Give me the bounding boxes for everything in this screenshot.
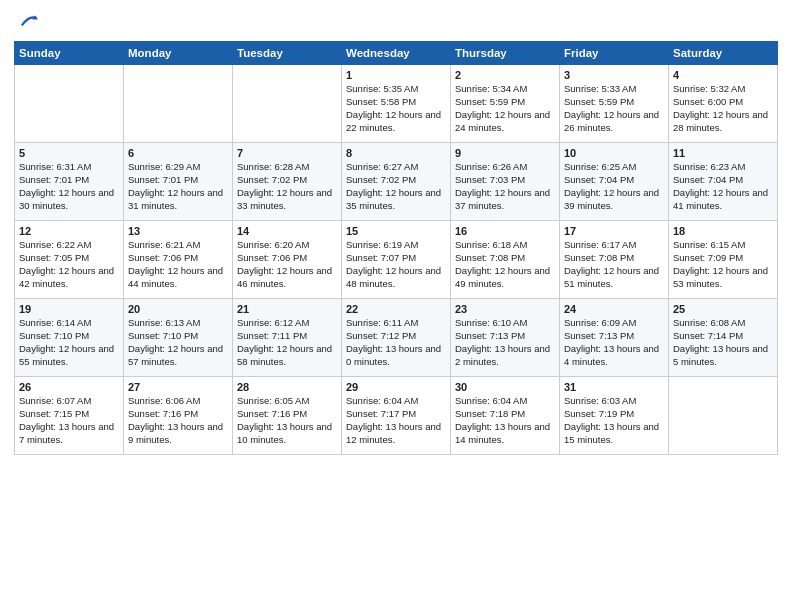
daylight-text: Daylight: 12 hours and 55 minutes. [19, 343, 119, 369]
cell-content: 24Sunrise: 6:09 AMSunset: 7:13 PMDayligh… [564, 302, 664, 369]
calendar-cell: 31Sunrise: 6:03 AMSunset: 7:19 PMDayligh… [560, 376, 669, 454]
cell-content: 31Sunrise: 6:03 AMSunset: 7:19 PMDayligh… [564, 380, 664, 447]
calendar-cell [15, 64, 124, 142]
sunset-text: Sunset: 7:14 PM [673, 330, 773, 343]
sunrise-text: Sunrise: 6:14 AM [19, 317, 119, 330]
calendar-cell: 12Sunrise: 6:22 AMSunset: 7:05 PMDayligh… [15, 220, 124, 298]
day-number: 4 [673, 68, 773, 83]
sunrise-text: Sunrise: 6:28 AM [237, 161, 337, 174]
sunrise-text: Sunrise: 6:29 AM [128, 161, 228, 174]
calendar-table: SundayMondayTuesdayWednesdayThursdayFrid… [14, 41, 778, 455]
weekday-saturday: Saturday [669, 41, 778, 64]
sunrise-text: Sunrise: 6:05 AM [237, 395, 337, 408]
sunrise-text: Sunrise: 6:04 AM [455, 395, 555, 408]
sunset-text: Sunset: 7:08 PM [564, 252, 664, 265]
sunset-text: Sunset: 7:16 PM [237, 408, 337, 421]
sunset-text: Sunset: 7:10 PM [128, 330, 228, 343]
daylight-text: Daylight: 13 hours and 12 minutes. [346, 421, 446, 447]
day-number: 5 [19, 146, 119, 161]
calendar-cell: 1Sunrise: 5:35 AMSunset: 5:58 PMDaylight… [342, 64, 451, 142]
sunset-text: Sunset: 7:04 PM [673, 174, 773, 187]
sunset-text: Sunset: 7:11 PM [237, 330, 337, 343]
sunset-text: Sunset: 7:06 PM [128, 252, 228, 265]
day-number: 10 [564, 146, 664, 161]
calendar-cell: 22Sunrise: 6:11 AMSunset: 7:12 PMDayligh… [342, 298, 451, 376]
day-number: 22 [346, 302, 446, 317]
sunset-text: Sunset: 7:02 PM [346, 174, 446, 187]
day-number: 27 [128, 380, 228, 395]
calendar-cell: 11Sunrise: 6:23 AMSunset: 7:04 PMDayligh… [669, 142, 778, 220]
week-row-2: 5Sunrise: 6:31 AMSunset: 7:01 PMDaylight… [15, 142, 778, 220]
sunrise-text: Sunrise: 6:21 AM [128, 239, 228, 252]
logo-text [14, 10, 38, 36]
daylight-text: Daylight: 13 hours and 10 minutes. [237, 421, 337, 447]
day-number: 23 [455, 302, 555, 317]
cell-content: 12Sunrise: 6:22 AMSunset: 7:05 PMDayligh… [19, 224, 119, 291]
day-number: 1 [346, 68, 446, 83]
day-number: 14 [237, 224, 337, 239]
calendar-cell: 7Sunrise: 6:28 AMSunset: 7:02 PMDaylight… [233, 142, 342, 220]
day-number: 18 [673, 224, 773, 239]
sunrise-text: Sunrise: 6:06 AM [128, 395, 228, 408]
sunrise-text: Sunrise: 6:26 AM [455, 161, 555, 174]
cell-content: 22Sunrise: 6:11 AMSunset: 7:12 PMDayligh… [346, 302, 446, 369]
calendar-cell: 28Sunrise: 6:05 AMSunset: 7:16 PMDayligh… [233, 376, 342, 454]
sunset-text: Sunset: 7:07 PM [346, 252, 446, 265]
cell-content: 1Sunrise: 5:35 AMSunset: 5:58 PMDaylight… [346, 68, 446, 135]
day-number: 17 [564, 224, 664, 239]
calendar-cell: 13Sunrise: 6:21 AMSunset: 7:06 PMDayligh… [124, 220, 233, 298]
daylight-text: Daylight: 12 hours and 42 minutes. [19, 265, 119, 291]
sunrise-text: Sunrise: 6:22 AM [19, 239, 119, 252]
cell-content: 21Sunrise: 6:12 AMSunset: 7:11 PMDayligh… [237, 302, 337, 369]
calendar-cell: 4Sunrise: 5:32 AMSunset: 6:00 PMDaylight… [669, 64, 778, 142]
day-number: 25 [673, 302, 773, 317]
cell-content: 11Sunrise: 6:23 AMSunset: 7:04 PMDayligh… [673, 146, 773, 213]
sunrise-text: Sunrise: 6:23 AM [673, 161, 773, 174]
daylight-text: Daylight: 12 hours and 35 minutes. [346, 187, 446, 213]
sunset-text: Sunset: 5:59 PM [564, 96, 664, 109]
calendar-cell: 23Sunrise: 6:10 AMSunset: 7:13 PMDayligh… [451, 298, 560, 376]
sunrise-text: Sunrise: 5:35 AM [346, 83, 446, 96]
sunrise-text: Sunrise: 5:34 AM [455, 83, 555, 96]
day-number: 19 [19, 302, 119, 317]
sunset-text: Sunset: 7:06 PM [237, 252, 337, 265]
cell-content: 6Sunrise: 6:29 AMSunset: 7:01 PMDaylight… [128, 146, 228, 213]
cell-content: 20Sunrise: 6:13 AMSunset: 7:10 PMDayligh… [128, 302, 228, 369]
calendar-cell: 9Sunrise: 6:26 AMSunset: 7:03 PMDaylight… [451, 142, 560, 220]
sunset-text: Sunset: 7:01 PM [128, 174, 228, 187]
day-number: 16 [455, 224, 555, 239]
day-number: 6 [128, 146, 228, 161]
sunset-text: Sunset: 7:09 PM [673, 252, 773, 265]
sunset-text: Sunset: 7:08 PM [455, 252, 555, 265]
cell-content: 29Sunrise: 6:04 AMSunset: 7:17 PMDayligh… [346, 380, 446, 447]
sunset-text: Sunset: 5:59 PM [455, 96, 555, 109]
calendar-cell: 20Sunrise: 6:13 AMSunset: 7:10 PMDayligh… [124, 298, 233, 376]
sunrise-text: Sunrise: 6:12 AM [237, 317, 337, 330]
logo [14, 10, 38, 33]
logo-icon [16, 10, 38, 32]
day-number: 29 [346, 380, 446, 395]
daylight-text: Daylight: 12 hours and 58 minutes. [237, 343, 337, 369]
sunrise-text: Sunrise: 6:04 AM [346, 395, 446, 408]
sunrise-text: Sunrise: 6:17 AM [564, 239, 664, 252]
calendar-cell: 25Sunrise: 6:08 AMSunset: 7:14 PMDayligh… [669, 298, 778, 376]
cell-content: 8Sunrise: 6:27 AMSunset: 7:02 PMDaylight… [346, 146, 446, 213]
sunrise-text: Sunrise: 6:07 AM [19, 395, 119, 408]
daylight-text: Daylight: 13 hours and 14 minutes. [455, 421, 555, 447]
sunset-text: Sunset: 7:10 PM [19, 330, 119, 343]
day-number: 9 [455, 146, 555, 161]
daylight-text: Daylight: 12 hours and 31 minutes. [128, 187, 228, 213]
sunset-text: Sunset: 7:13 PM [564, 330, 664, 343]
calendar-cell: 2Sunrise: 5:34 AMSunset: 5:59 PMDaylight… [451, 64, 560, 142]
sunset-text: Sunset: 7:03 PM [455, 174, 555, 187]
daylight-text: Daylight: 12 hours and 39 minutes. [564, 187, 664, 213]
calendar-cell: 27Sunrise: 6:06 AMSunset: 7:16 PMDayligh… [124, 376, 233, 454]
sunset-text: Sunset: 5:58 PM [346, 96, 446, 109]
sunset-text: Sunset: 7:15 PM [19, 408, 119, 421]
page: SundayMondayTuesdayWednesdayThursdayFrid… [0, 0, 792, 612]
calendar-cell: 21Sunrise: 6:12 AMSunset: 7:11 PMDayligh… [233, 298, 342, 376]
daylight-text: Daylight: 12 hours and 46 minutes. [237, 265, 337, 291]
daylight-text: Daylight: 12 hours and 57 minutes. [128, 343, 228, 369]
calendar-cell [669, 376, 778, 454]
day-number: 2 [455, 68, 555, 83]
